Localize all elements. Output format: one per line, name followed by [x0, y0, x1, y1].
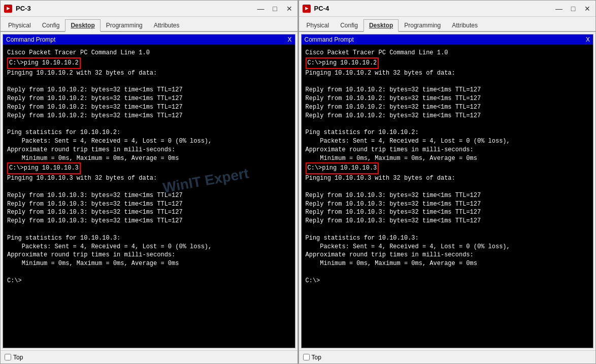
pc4-controls: — □ ✕ — [554, 5, 592, 13]
pc4-tab-programming[interactable]: Programming — [399, 19, 446, 31]
pc4-titlebar: ▶ PC-4 — □ ✕ — [299, 1, 596, 17]
pc3-minimize-button[interactable]: — — [256, 5, 266, 13]
pc4-cmd-body[interactable]: Cisco Packet Tracer PC Command Line 1.0 … — [302, 45, 593, 348]
pc4-top-checkbox[interactable] — [303, 354, 310, 360]
pc4-icon: ▶ — [302, 4, 311, 13]
pc3-ping2-output: Pinging 10.10.10.3 with 32 bytes of data… — [7, 175, 212, 284]
pc4-tab-config[interactable]: Config — [335, 19, 363, 31]
pc3-tab-bar: Physical Config Desktop Programming Attr… — [1, 17, 297, 32]
pc3-cmd-body[interactable]: Cisco Packet Tracer PC Command Line 1.0 … — [3, 45, 295, 348]
pc3-top-checkbox[interactable] — [5, 354, 11, 360]
pc3-window: ▶ PC-3 — □ ✕ Physical Config Desktop Pro… — [0, 0, 298, 364]
pc3-cmd-title: Command Prompt — [6, 36, 55, 43]
pc4-cmd-highlight2: C:\>ping 10.10.10.3 — [306, 162, 379, 174]
pc4-content: Command Prompt X Cisco Packet Tracer PC … — [299, 32, 596, 350]
pc3-tab-desktop[interactable]: Desktop — [65, 19, 100, 32]
pc3-close-button[interactable]: ✕ — [284, 5, 294, 13]
pc4-window: ▶ PC-4 — □ ✕ Physical Config Desktop Pro… — [299, 0, 597, 364]
pc4-close-button[interactable]: ✕ — [582, 5, 592, 13]
pc3-cmd-highlight2: C:\>ping 10.10.10.3 — [7, 162, 81, 174]
pc4-cmd-line1: Cisco Packet Tracer PC Command Line 1.0 — [306, 49, 448, 56]
pc4-cmd-window: Command Prompt X Cisco Packet Tracer PC … — [301, 34, 594, 348]
pc3-top-label: Top — [13, 354, 23, 361]
pc3-content: Command Prompt X Cisco Packet Tracer PC … — [1, 32, 297, 350]
pc4-tab-physical[interactable]: Physical — [301, 19, 335, 31]
pc3-bottom-bar: Top — [1, 350, 297, 363]
pc3-maximize-button[interactable]: □ — [270, 5, 280, 13]
pc3-cmd-titlebar: Command Prompt X — [3, 35, 295, 45]
pc4-bottom-bar: Top — [299, 350, 596, 363]
pc3-ping1-output: Pinging 10.10.10.2 with 32 bytes of data… — [7, 70, 212, 162]
pc4-title: PC-4 — [314, 5, 554, 12]
pc4-maximize-button[interactable]: □ — [568, 5, 578, 13]
pc4-cmd-title: Command Prompt — [305, 36, 354, 43]
pc4-cmd-highlight1: C:\>ping 10.10.10.2 — [306, 57, 379, 69]
pc4-cmd-titlebar: Command Prompt X — [302, 35, 593, 45]
pc3-tab-attributes[interactable]: Attributes — [148, 19, 185, 31]
pc3-cmd-window: Command Prompt X Cisco Packet Tracer PC … — [3, 34, 295, 348]
pc4-tab-desktop[interactable]: Desktop — [363, 19, 399, 32]
pc4-ping1-output: Pinging 10.10.10.2 with 32 bytes of data… — [306, 70, 510, 162]
pc3-cmd-close-button[interactable]: X — [287, 36, 291, 43]
pc4-cmd-close-button[interactable]: X — [586, 36, 590, 43]
pc3-tab-programming[interactable]: Programming — [101, 19, 148, 31]
pc3-tab-config[interactable]: Config — [37, 19, 65, 31]
pc3-title: PC-3 — [16, 5, 256, 12]
pc4-top-label: Top — [312, 354, 321, 361]
pc3-titlebar: ▶ PC-3 — □ ✕ — [1, 1, 297, 17]
pc4-ping2-output: Pinging 10.10.10.3 with 32 bytes of data… — [306, 175, 510, 284]
pc3-icon: ▶ — [4, 4, 13, 13]
pc3-controls: — □ ✕ — [256, 5, 294, 13]
pc3-cmd-line1: Cisco Packet Tracer PC Command Line 1.0 — [7, 49, 150, 56]
pc4-minimize-button[interactable]: — — [554, 5, 564, 13]
pc3-tab-physical[interactable]: Physical — [3, 19, 37, 31]
pc4-tab-attributes[interactable]: Attributes — [446, 19, 483, 31]
pc3-cmd-highlight1: C:\>ping 10.10.10.2 — [7, 57, 81, 69]
pc4-tab-bar: Physical Config Desktop Programming Attr… — [299, 17, 596, 32]
